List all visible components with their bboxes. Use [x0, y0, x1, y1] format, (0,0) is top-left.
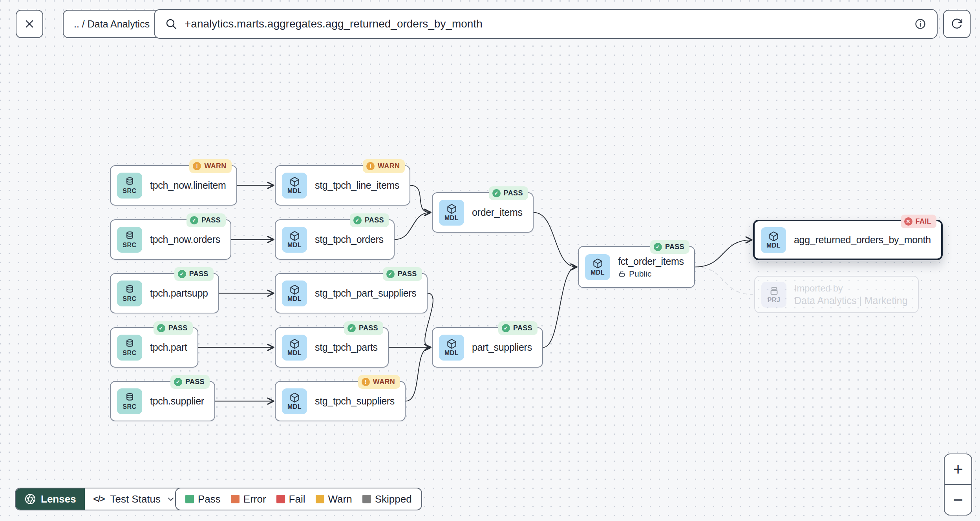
graph-node-stg_tpch_line_items[interactable]: !WARN MDLstg_tpch_line_items: [275, 165, 410, 206]
lenses-button[interactable]: Lenses: [16, 488, 85, 510]
status-pass-icon: ✓: [347, 324, 356, 332]
code-icon: </>: [93, 494, 105, 504]
node-title: tpch_now.orders: [150, 234, 220, 245]
legend-swatch-skipped: [362, 495, 371, 503]
status-badge-pass: ✓PASS: [350, 213, 389, 227]
status-warn-icon: !: [193, 162, 201, 170]
node-access-label: Public: [618, 269, 684, 279]
node-kind-badge-mdl: MDL: [761, 227, 786, 253]
zoom-in-button[interactable]: +: [945, 454, 971, 484]
search-icon: [165, 18, 177, 30]
legend-swatch-error: [231, 495, 240, 503]
zoom-out-button[interactable]: −: [945, 484, 971, 515]
legend-swatch-pass: [185, 495, 194, 503]
node-title: tpch.supplier: [150, 395, 204, 407]
refresh-button[interactable]: [943, 10, 971, 38]
box-icon: [768, 231, 779, 242]
status-pass-icon: ✓: [492, 189, 501, 197]
status-pass-icon: ✓: [174, 378, 182, 386]
graph-node-order_items[interactable]: ✓PASS MDLorder_items: [432, 192, 534, 233]
status-badge-pass: ✓PASS: [650, 240, 689, 254]
graph-node-tpch_now_lineitem[interactable]: !WARN SRCtpch_now.lineitem: [110, 165, 237, 206]
status-badge-pass: ✓PASS: [383, 267, 422, 281]
edge-order_items-to-fct_order_items: [534, 213, 576, 267]
aperture-icon: [24, 493, 36, 505]
edge-stg_tpch_suppliers-to-part_suppliers: [406, 348, 430, 401]
graph-node-stg_tpch_orders[interactable]: ✓PASS MDLstg_tpch_orders: [275, 219, 395, 260]
node-kind-badge-mdl: MDL: [282, 388, 307, 414]
graph-node-part_suppliers[interactable]: ✓PASS MDLpart_suppliers: [432, 327, 543, 368]
edge-stg_tpch_line_items-to-order_items: [410, 186, 430, 213]
info-icon[interactable]: [914, 18, 927, 30]
database-icon: [124, 339, 135, 349]
lens-control-group: Lenses </> Test Status: [15, 488, 185, 510]
database-icon: [124, 177, 135, 187]
search-input[interactable]: [184, 17, 908, 31]
graph-node-tpch_now_orders[interactable]: ✓PASS SRCtpch_now.orders: [110, 219, 231, 260]
edge-fct_order_items-to-imported_by_marketing: [695, 267, 753, 295]
graph-node-fct_order_items[interactable]: ✓PASS MDLfct_order_items Public: [578, 246, 695, 288]
status-warn-icon: !: [362, 378, 370, 386]
node-kind-badge-src: SRC: [117, 281, 142, 306]
lineage-canvas[interactable]: !WARN SRCtpch_now.lineitem !WARN MDLstg_…: [0, 0, 980, 521]
status-badge-pass: ✓PASS: [344, 321, 383, 335]
box-icon: [289, 284, 300, 295]
legend-item-pass: Pass: [185, 493, 221, 505]
test-status-legend: PassErrorFailWarnSkipped: [175, 488, 422, 510]
node-kind-badge-mdl: MDL: [439, 200, 464, 226]
graph-node-stg_tpch_suppliers[interactable]: !WARN MDLstg_tpch_suppliers: [275, 381, 406, 421]
status-warn-icon: !: [366, 162, 375, 170]
legend-item-skipped: Skipped: [362, 493, 412, 505]
graph-node-tpch_partsupp[interactable]: ✓PASS SRCtpch.partsupp: [110, 273, 219, 313]
node-kind-badge-mdl: MDL: [282, 173, 307, 199]
node-kind-badge-src: SRC: [117, 227, 142, 253]
lenses-label: Lenses: [41, 493, 76, 505]
legend-swatch-warn: [316, 495, 324, 503]
legend-item-fail: Fail: [276, 493, 305, 505]
chevron-down-icon: [166, 494, 176, 504]
status-badge-warn: !WARN: [358, 375, 400, 389]
lens-selected-label: Test Status: [110, 493, 161, 505]
node-title: stg_tpch_line_items: [315, 180, 399, 191]
node-kind-badge-src: SRC: [117, 388, 142, 414]
lens-selector[interactable]: </> Test Status: [85, 488, 184, 510]
status-badge-pass: ✓PASS: [174, 267, 214, 281]
edge-fct_order_items-to-agg_returned_orders_by_month: [695, 240, 751, 267]
graph-node-tpch_part[interactable]: ✓PASS SRCtpch.part: [110, 327, 198, 368]
database-icon: [124, 284, 135, 295]
status-pass-icon: ✓: [386, 270, 395, 278]
node-title: tpch.partsupp: [150, 288, 208, 299]
node-title: agg_returned_orders_by_month: [794, 234, 931, 246]
node-kind-badge-mdl: MDL: [439, 335, 464, 361]
graph-node-stg_tpch_parts[interactable]: ✓PASS MDLstg_tpch_parts: [275, 327, 389, 368]
status-pass-icon: ✓: [157, 324, 165, 332]
status-badge-pass: ✓PASS: [154, 321, 193, 335]
status-pass-icon: ✓: [654, 243, 662, 251]
node-title: order_items: [472, 207, 523, 218]
database-icon: [124, 392, 135, 403]
box-icon: [446, 204, 457, 214]
status-pass-icon: ✓: [353, 216, 362, 224]
breadcrumb-label: .. / Data Analytics: [74, 18, 150, 30]
close-button[interactable]: [16, 10, 43, 38]
status-pass-icon: ✓: [502, 324, 510, 332]
graph-node-tpch_supplier[interactable]: ✓PASS SRCtpch.supplier: [110, 381, 215, 421]
node-title: part_suppliers: [472, 342, 532, 353]
graph-node-agg_returned_orders_by_month[interactable]: ✕FAIL MDLagg_returned_orders_by_month: [753, 220, 943, 260]
graph-node-imported_by_marketing[interactable]: PRJImported by Data Analytics | Marketin…: [754, 276, 919, 313]
box-icon: [289, 177, 300, 187]
unlock-icon: [618, 270, 626, 278]
graph-node-stg_tpch_part_suppliers[interactable]: ✓PASS MDLstg_tpch_part_suppliers: [275, 273, 428, 313]
legend-item-error: Error: [231, 493, 266, 505]
breadcrumb[interactable]: .. / Data Analytics: [63, 10, 161, 38]
node-title: tpch.part: [150, 342, 187, 353]
close-icon: [24, 18, 35, 30]
box-icon: [592, 258, 603, 269]
search-bar[interactable]: [154, 9, 938, 39]
node-kind-badge-mdl: MDL: [282, 335, 307, 361]
box-icon: [289, 392, 300, 403]
edge-layer: [0, 0, 980, 521]
node-title: fct_order_items: [618, 256, 684, 267]
status-badge-pass: ✓PASS: [498, 321, 538, 335]
box-icon: [289, 339, 300, 349]
